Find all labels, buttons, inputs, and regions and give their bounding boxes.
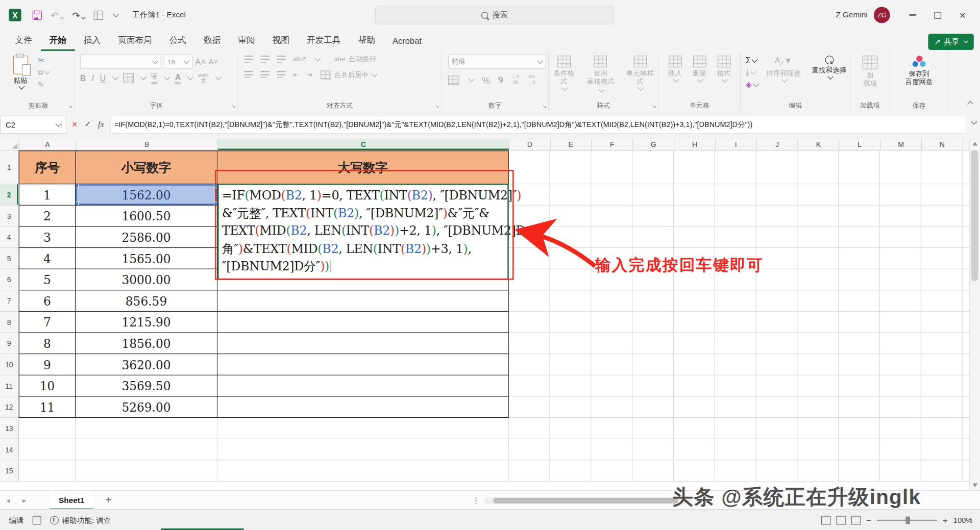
cell-G7[interactable] bbox=[632, 290, 674, 312]
cell-B10[interactable]: 3620.00 bbox=[76, 354, 217, 375]
cell-H12[interactable] bbox=[674, 397, 715, 418]
cell-M5[interactable] bbox=[880, 248, 921, 269]
tab-视图[interactable]: 视图 bbox=[264, 30, 298, 52]
cell-C1[interactable]: 大写数字 bbox=[217, 150, 509, 184]
cell-K14[interactable] bbox=[797, 439, 839, 461]
cell-B6[interactable]: 3000.00 bbox=[76, 269, 217, 291]
cell-N12[interactable] bbox=[921, 397, 963, 418]
cell-M9[interactable] bbox=[880, 333, 921, 355]
cell-M10[interactable] bbox=[880, 354, 921, 375]
quick-access-customize-icon[interactable] bbox=[113, 11, 119, 17]
decrease-indent-icon[interactable]: ⇤ bbox=[293, 70, 299, 79]
cell-K3[interactable] bbox=[797, 206, 839, 227]
cell-A15[interactable] bbox=[19, 460, 76, 482]
cell-N4[interactable] bbox=[921, 226, 963, 248]
cell-M7[interactable] bbox=[880, 290, 921, 312]
cell-E15[interactable] bbox=[550, 460, 592, 482]
cell-K8[interactable] bbox=[797, 312, 839, 333]
orientation-icon[interactable]: ab↗ bbox=[293, 55, 306, 63]
column-header-N[interactable]: N bbox=[922, 139, 963, 150]
minimize-button[interactable] bbox=[900, 0, 925, 30]
cell-E6[interactable] bbox=[550, 269, 592, 291]
row-header-9[interactable]: 9 bbox=[0, 333, 19, 355]
tab-数据[interactable]: 数据 bbox=[195, 30, 229, 52]
format-as-table-button[interactable]: 套用表格格式 bbox=[583, 55, 619, 95]
cell-F2[interactable] bbox=[591, 184, 632, 206]
horizontal-scroll-thumb[interactable] bbox=[493, 498, 678, 503]
cell-K10[interactable] bbox=[797, 354, 839, 375]
addins-button[interactable]: 加载项 bbox=[860, 55, 881, 89]
align-left-icon[interactable] bbox=[244, 71, 253, 78]
cell-A4[interactable]: 3 bbox=[19, 226, 76, 248]
undo-icon[interactable]: ↶ bbox=[51, 10, 63, 19]
cell-A14[interactable] bbox=[19, 439, 76, 461]
page-layout-view-icon[interactable] bbox=[836, 516, 845, 524]
cell-N15[interactable] bbox=[921, 460, 963, 482]
delete-cells-button[interactable]: 删除 bbox=[690, 55, 709, 84]
column-header-J[interactable]: J bbox=[757, 139, 798, 150]
tab-插入[interactable]: 插入 bbox=[75, 30, 109, 52]
cell-K2[interactable] bbox=[797, 184, 839, 206]
cell-H2[interactable] bbox=[674, 184, 715, 206]
selection-handle[interactable] bbox=[214, 202, 217, 206]
cell-B13[interactable] bbox=[76, 418, 217, 439]
normal-view-icon[interactable] bbox=[821, 516, 830, 524]
cell-I11[interactable] bbox=[715, 375, 756, 397]
cell-M15[interactable] bbox=[880, 460, 921, 482]
row-header-11[interactable]: 11 bbox=[0, 375, 19, 397]
row-header-10[interactable]: 10 bbox=[0, 354, 19, 375]
cell-I13[interactable] bbox=[715, 418, 756, 439]
cell-L6[interactable] bbox=[839, 269, 880, 291]
cell-D12[interactable] bbox=[509, 397, 550, 418]
number-format-select[interactable]: 特殊 bbox=[448, 55, 546, 69]
row-header-5[interactable]: 5 bbox=[0, 248, 19, 269]
cell-J9[interactable] bbox=[756, 333, 798, 355]
cell-D5[interactable] bbox=[509, 248, 550, 269]
cell-J3[interactable] bbox=[756, 206, 798, 227]
column-header-D[interactable]: D bbox=[509, 139, 551, 150]
cell-D15[interactable] bbox=[509, 460, 550, 482]
cell-L5[interactable] bbox=[839, 248, 880, 269]
tab-公式[interactable]: 公式 bbox=[161, 30, 195, 52]
column-header-E[interactable]: E bbox=[551, 139, 592, 150]
cell-B5[interactable]: 1565.00 bbox=[76, 248, 217, 269]
accounting-format-icon[interactable] bbox=[448, 75, 459, 85]
formula-bar-expand-icon[interactable] bbox=[971, 118, 977, 124]
cell-E3[interactable] bbox=[550, 206, 592, 227]
restore-button[interactable] bbox=[925, 0, 950, 30]
bold-button[interactable]: B bbox=[80, 73, 86, 83]
font-name-select[interactable] bbox=[80, 55, 161, 69]
cell-N7[interactable] bbox=[921, 290, 963, 312]
cell-I8[interactable] bbox=[715, 312, 756, 333]
cell-M6[interactable] bbox=[880, 269, 921, 291]
cancel-icon[interactable]: × bbox=[72, 119, 78, 130]
accessibility-status[interactable]: 辅助功能: 调查 bbox=[50, 515, 111, 526]
cell-F12[interactable] bbox=[591, 397, 632, 418]
cell-E9[interactable] bbox=[550, 333, 592, 355]
cell-M2[interactable] bbox=[880, 184, 921, 206]
cell-N10[interactable] bbox=[921, 354, 963, 375]
cell-H15[interactable] bbox=[674, 460, 715, 482]
column-header-M[interactable]: M bbox=[880, 139, 922, 150]
column-header-F[interactable]: F bbox=[592, 139, 633, 150]
cell-L1[interactable] bbox=[839, 150, 880, 184]
cell-N14[interactable] bbox=[921, 439, 963, 461]
cell-N5[interactable] bbox=[921, 248, 963, 269]
borders-icon[interactable] bbox=[123, 73, 134, 83]
cell-K13[interactable] bbox=[797, 418, 839, 439]
cell-A9[interactable]: 8 bbox=[19, 333, 76, 355]
redo-icon[interactable]: ↷ bbox=[72, 10, 85, 19]
cell-J11[interactable] bbox=[756, 375, 798, 397]
align-bottom-icon[interactable] bbox=[277, 56, 285, 62]
cell-J7[interactable] bbox=[756, 290, 798, 312]
cell-A6[interactable]: 5 bbox=[19, 269, 76, 291]
font-color-icon[interactable]: A bbox=[175, 72, 181, 84]
cell-L14[interactable] bbox=[839, 439, 880, 461]
cell-E8[interactable] bbox=[550, 312, 592, 333]
cell-D13[interactable] bbox=[509, 418, 550, 439]
cell-G8[interactable] bbox=[632, 312, 674, 333]
horizontal-scrollbar[interactable] bbox=[484, 497, 691, 504]
zoom-level[interactable]: 100% bbox=[953, 516, 973, 524]
cell-N9[interactable] bbox=[921, 333, 963, 355]
grow-font-icon[interactable]: A˄ bbox=[195, 57, 206, 67]
